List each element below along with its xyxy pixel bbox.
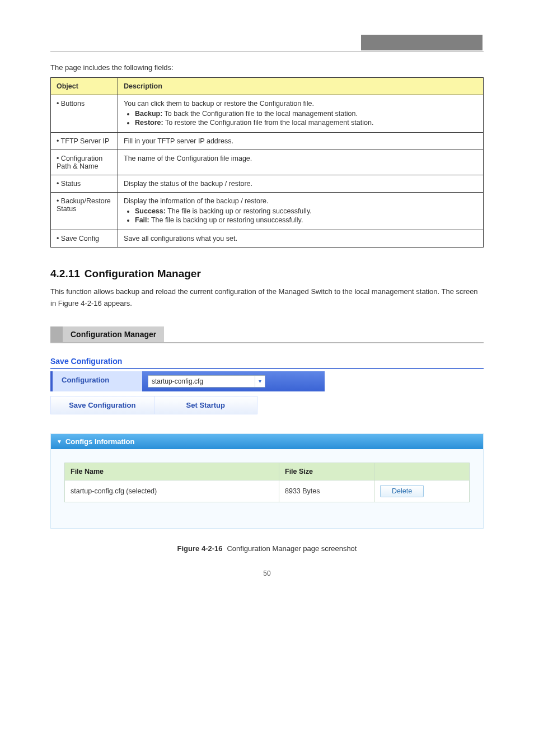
table-row: startup-config.cfg (selected) 8933 Bytes…: [65, 480, 470, 502]
cell-label: • Status: [51, 175, 118, 193]
th-file-name: File Name: [65, 463, 279, 480]
configuration-select-value: startup-config.cfg: [152, 377, 203, 385]
cell-desc: Fill in your TFTP server IP address.: [118, 133, 484, 150]
cell-actions: Delete: [374, 480, 470, 502]
table-row: • Buttons You can click them to backup o…: [51, 95, 484, 133]
button-row: Save Configuration Set Startup: [50, 396, 257, 414]
caret-down-icon: ▼: [57, 438, 62, 445]
cell-file-size: 8933 Bytes: [279, 480, 374, 502]
cm-banner-title: Configuration Manager: [63, 326, 164, 342]
table-row: • Backup/Restore Status Display the info…: [51, 193, 484, 230]
configuration-row: Configuration startup-config.cfg ▾: [50, 371, 325, 391]
table-row: • Configuration Path & Name The name of …: [51, 150, 484, 175]
cell-file-name: startup-config.cfg (selected): [65, 480, 279, 502]
cell-desc: Display the information of the backup / …: [118, 193, 484, 230]
cell-label: • Configuration Path & Name: [51, 150, 118, 175]
set-startup-button[interactable]: Set Startup: [154, 396, 257, 414]
configs-information-bar[interactable]: ▼ Configs Information: [51, 434, 483, 449]
figure-caption: Figure 4-2-16Configuration Manager page …: [50, 544, 484, 553]
th-file-size: File Size: [279, 463, 374, 480]
save-configuration-heading: Save Configuration: [50, 357, 484, 369]
cell-label: • TFTP Server IP: [51, 133, 118, 150]
table-row: • Save Config Save all configurations wh…: [51, 230, 484, 248]
header-rule: [50, 52, 484, 52]
configs-information-title: Configs Information: [65, 437, 135, 446]
section-paragraph: This function allows backup and reload t…: [50, 286, 484, 310]
configs-information-panel: ▼ Configs Information File Name File Siz…: [50, 433, 484, 529]
cell-label: • Buttons: [51, 95, 118, 133]
intro-text: The page includes the following fields:: [50, 63, 484, 72]
configuration-label: Configuration: [53, 371, 142, 391]
cell-desc: Save all configurations what you set.: [118, 230, 484, 248]
cell-label: • Save Config: [51, 230, 118, 248]
header-bar: [361, 35, 483, 50]
figure-config-manager: Configuration Manager Save Configuration…: [50, 326, 484, 529]
th-description: Description: [118, 78, 484, 95]
chevron-down-icon: ▾: [255, 376, 265, 387]
page-number: 50: [50, 570, 484, 577]
th-actions: [374, 463, 470, 480]
configs-table: File Name File Size startup-config.cfg (…: [64, 463, 470, 502]
save-configuration-button[interactable]: Save Configuration: [51, 396, 154, 414]
cm-banner: Configuration Manager: [50, 326, 484, 343]
th-object: Object: [51, 78, 118, 95]
configuration-select[interactable]: startup-config.cfg ▾: [148, 375, 265, 388]
cell-desc: The name of the Configuration file image…: [118, 150, 484, 175]
section-heading: 4.2.11Configuration Manager: [50, 268, 484, 280]
parameters-table: Object Description • Buttons You can cli…: [50, 77, 484, 248]
delete-button[interactable]: Delete: [380, 485, 424, 497]
table-row: • TFTP Server IP Fill in your TFTP serve…: [51, 133, 484, 150]
cell-label: • Backup/Restore Status: [51, 193, 118, 230]
cell-desc: Display the status of the backup / resto…: [118, 175, 484, 193]
cell-desc: You can click them to backup or restore …: [118, 95, 484, 133]
table-row: • Status Display the status of the backu…: [51, 175, 484, 193]
